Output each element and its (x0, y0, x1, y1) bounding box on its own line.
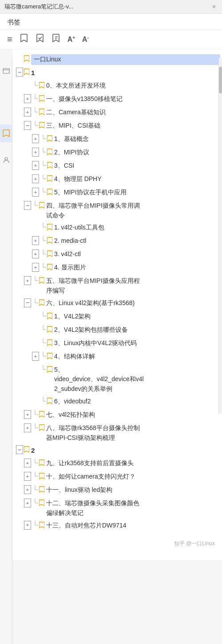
bookmark-icon (47, 175, 52, 185)
expand-icon[interactable]: + (24, 521, 31, 530)
expand-icon[interactable]: + (32, 263, 39, 272)
bookmark-add-icon[interactable] (20, 33, 28, 45)
collapse-icon[interactable]: − (24, 201, 31, 210)
bookmark-list-icon[interactable] (52, 33, 60, 45)
tree-row[interactable]: +十、如何让camera支持闪光灯？ (12, 471, 222, 484)
collapse-icon[interactable]: − (24, 121, 31, 130)
bookmark-icon (39, 109, 44, 118)
bookmark-icon (39, 499, 44, 509)
tree-node-label: 十二、瑞芯微摄像头采集图像颜色 偏绿解决笔记 (46, 499, 220, 518)
expand-icon[interactable]: + (24, 472, 31, 481)
tree-row[interactable]: +十三、自动对焦芯片DW9714 (12, 519, 222, 533)
tree-row[interactable]: +九、让rk3568支持前后置摄像头 (12, 457, 222, 471)
bookmark-icon (39, 486, 44, 496)
tree-row[interactable]: −三、MIPI、CSI基础 (12, 120, 222, 133)
tree-row[interactable]: +2、MIPI协议 (12, 146, 222, 160)
tree-row[interactable]: +2. media-ctl (12, 235, 222, 248)
connector-line (32, 94, 38, 103)
tree-row[interactable]: +十一、linux驱动 led架构 (12, 484, 222, 497)
bookmarks-title: 书签 (7, 18, 20, 26)
tree-row[interactable]: 0、本文所述开发环境 (12, 80, 222, 93)
tree-row[interactable]: +4、物理层 DPHY (12, 173, 222, 186)
tree-row[interactable]: +十二、瑞芯微摄像头采集图像颜色 偏绿解决笔记 (12, 497, 222, 519)
tree-node-label: 3、CSI (54, 161, 220, 171)
collapse-icon[interactable]: − (16, 445, 23, 454)
expand-icon[interactable]: + (24, 459, 31, 467)
tree-row[interactable]: −2 (12, 444, 222, 457)
tree-row[interactable]: 6、videobuf2 (12, 395, 222, 409)
bookmarks-header: 书签 (0, 14, 222, 30)
tree-row[interactable]: +八、瑞芯微rk3568平台摄像头控制 器MIPI-CSI驱动架构梳理 (12, 422, 222, 444)
bookmark-icon (47, 135, 52, 145)
sidebar-home-icon[interactable] (0, 62, 12, 80)
connector-line (32, 472, 38, 481)
expand-icon[interactable]: + (24, 276, 31, 285)
expand-icon[interactable]: + (24, 423, 31, 432)
tree-node-label: 四、瑞芯微平台MIPI摄像头常用调 试命令 (46, 201, 220, 220)
tree-row[interactable]: −1 (12, 66, 222, 80)
no-expander (32, 338, 39, 347)
expand-icon[interactable]: + (24, 108, 31, 117)
expand-icon[interactable]: + (32, 161, 39, 170)
expand-icon[interactable]: + (32, 134, 39, 143)
expand-icon[interactable]: + (24, 410, 31, 419)
expand-icon[interactable]: + (24, 485, 31, 494)
tree-row[interactable]: 2、V4L2架构包括哪些设备 (12, 324, 222, 337)
expand-icon[interactable]: + (32, 236, 39, 245)
tree-row[interactable]: −四、瑞芯微平台MIPI摄像头常用调 试命令 (12, 200, 222, 221)
connector-line (40, 148, 46, 157)
scrollbar-right[interactable] (218, 58, 222, 414)
menu-icon[interactable]: ≡ (7, 34, 12, 44)
expand-icon[interactable]: + (32, 174, 39, 183)
bookmark-check-icon[interactable] (36, 33, 44, 45)
bookmark-icon (47, 189, 52, 198)
tree-node-label: 3、Linux内核中V4L2驱动代码 (54, 338, 220, 348)
connector-line (32, 276, 38, 285)
bookmark-icon (39, 522, 44, 531)
font-increase-icon[interactable]: A+ (67, 35, 75, 44)
tree-row[interactable]: +七、v4l2拓扑架构 (12, 409, 222, 422)
tree-row[interactable]: −六、Linux v4l2架构(基于rk3568) (12, 297, 222, 310)
tree-node-label: 五、瑞芯微平台MIPI摄像头应用程 序编写 (46, 276, 220, 295)
tree-node-label: 六、Linux v4l2架构(基于rk3568) (46, 298, 220, 308)
bookmark-icon (47, 353, 52, 362)
connector-line (32, 121, 38, 130)
tree-row[interactable]: 3、Linux内核中V4L2驱动代码 (12, 337, 222, 350)
expand-icon[interactable]: + (32, 148, 39, 157)
footer: 知乎 @一口Linux (12, 536, 222, 551)
bookmark-icon (47, 250, 52, 260)
tree-row[interactable]: +五、瑞芯微平台MIPI摄像头应用程 序编写 (12, 275, 222, 297)
tree-row[interactable]: +5、MIPI协议在手机中应用 (12, 186, 222, 200)
expand-icon[interactable]: + (24, 94, 31, 103)
scrollbar-thumb[interactable] (219, 67, 222, 93)
tree-row[interactable]: 5、 video_device、v4l2_device和v4l 2_subdev… (12, 364, 222, 395)
tree-row[interactable]: +3、CSI (12, 160, 222, 173)
tree-row[interactable]: 1、V4L2架构 (12, 310, 222, 324)
tree-node-label: 二、Camera基础知识 (46, 108, 220, 117)
font-decrease-icon[interactable]: A- (82, 35, 89, 44)
connector-line (32, 298, 38, 307)
tree-row[interactable]: +1、基础概念 (12, 133, 222, 146)
connector-line (32, 81, 38, 90)
bookmark-icon (39, 459, 44, 469)
tree-row[interactable]: +3. v4l2-ctl (12, 248, 222, 262)
expand-icon[interactable]: + (32, 188, 39, 197)
connector-line (40, 188, 46, 197)
collapse-icon[interactable]: − (24, 298, 31, 307)
svg-rect-2 (3, 68, 9, 73)
tree-row[interactable]: +二、Camera基础知识 (12, 106, 222, 120)
close-button[interactable]: × (210, 3, 218, 10)
bookmark-icon (24, 446, 29, 456)
expand-icon[interactable]: + (32, 352, 39, 361)
expand-icon[interactable]: + (24, 499, 31, 507)
bookmark-icon (47, 149, 52, 158)
expand-icon[interactable]: + (32, 250, 39, 258)
sidebar-user-icon[interactable] (0, 151, 12, 169)
collapse-icon[interactable]: − (16, 68, 23, 76)
tree-row[interactable]: +4. 显示图片 (12, 262, 222, 275)
tree-row[interactable]: 一口Linux (12, 53, 222, 66)
tree-row[interactable]: 1. v4l2-utils工具包 (12, 221, 222, 235)
tree-row[interactable]: +4、结构体详解 (12, 350, 222, 364)
sidebar-bookmark-icon[interactable] (0, 125, 12, 142)
tree-row[interactable]: +一、摄像头v13850移植笔记 (12, 93, 222, 106)
